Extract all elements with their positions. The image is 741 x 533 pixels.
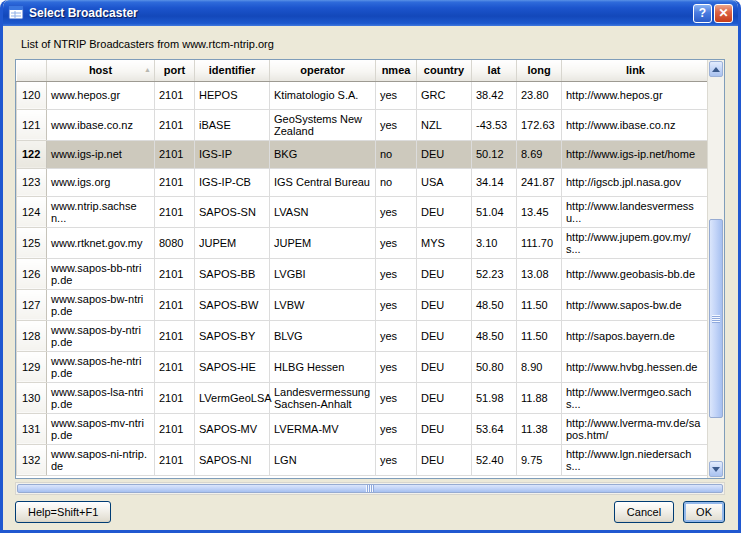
cell-long[interactable]: 8.69 (517, 140, 562, 168)
cancel-button[interactable]: Cancel (614, 501, 674, 523)
cell-identifier[interactable]: HEPOS (195, 81, 270, 109)
column-header-nmea[interactable]: nmea (376, 60, 417, 81)
cell-long[interactable]: 11.88 (517, 382, 562, 413)
cell-link[interactable]: http://www.geobasis-bb.de (562, 258, 710, 289)
cell-nmea[interactable]: yes (376, 227, 417, 258)
cell-host[interactable]: www.ibase.co.nz (47, 109, 155, 140)
cell-country[interactable]: DEU (417, 196, 472, 227)
cell-port[interactable]: 8080 (155, 227, 195, 258)
cell-nmea[interactable]: yes (376, 444, 417, 475)
row-number-cell[interactable]: 128 (17, 320, 47, 351)
row-number-cell[interactable]: 123 (17, 168, 47, 196)
cell-link[interactable]: http://www.jupem.gov.my/s... (562, 227, 710, 258)
cell-operator[interactable]: LVGBI (270, 258, 376, 289)
cell-nmea[interactable]: yes (376, 81, 417, 109)
cell-lat[interactable]: 3.10 (472, 227, 517, 258)
scroll-down-button[interactable] (709, 461, 723, 477)
row-number-cell[interactable]: 125 (17, 227, 47, 258)
cell-link[interactable]: http://www.hvbg.hessen.de (562, 351, 710, 382)
vertical-scrollbar[interactable] (707, 60, 724, 478)
column-header-port[interactable]: port (155, 60, 195, 81)
cell-port[interactable]: 2101 (155, 140, 195, 168)
table-row[interactable]: 131www.sapos-mv-ntrip.de2101SAPOS-MVLVER… (17, 413, 710, 444)
row-number-cell[interactable]: 127 (17, 289, 47, 320)
table-row[interactable]: 124www.ntrip.sachsen...2101SAPOS-SNLVASN… (17, 196, 710, 227)
cell-long[interactable]: 11.50 (517, 320, 562, 351)
table-row[interactable]: 129www.sapos-he-ntrip.de2101SAPOS-HEHLBG… (17, 351, 710, 382)
cell-nmea[interactable]: yes (376, 413, 417, 444)
cell-operator[interactable]: JUPEM (270, 227, 376, 258)
table-row[interactable]: 128www.sapos-by-ntrip.de2101SAPOS-BYBLVG… (17, 320, 710, 351)
cell-identifier[interactable]: SAPOS-BB (195, 258, 270, 289)
cell-lat[interactable]: 38.42 (472, 81, 517, 109)
cell-host[interactable]: www.ntrip.sachsen... (47, 196, 155, 227)
cell-link[interactable]: http://www.igs-ip.net/home (562, 140, 710, 168)
cell-link[interactable]: http://www.hepos.gr (562, 81, 710, 109)
cell-host[interactable]: www.rtknet.gov.my (47, 227, 155, 258)
cell-lat[interactable]: 51.04 (472, 196, 517, 227)
cell-identifier[interactable]: IGS-IP-CB (195, 168, 270, 196)
table-row[interactable]: 121www.ibase.co.nz2101iBASEGeoSystems Ne… (17, 109, 710, 140)
cell-operator[interactable]: LGN (270, 444, 376, 475)
row-number-cell[interactable]: 132 (17, 444, 47, 475)
cell-country[interactable]: DEU (417, 140, 472, 168)
cell-link[interactable]: http://www.lvermgeo.sachs... (562, 382, 710, 413)
column-header-num[interactable] (17, 60, 47, 81)
cell-operator[interactable]: LVASN (270, 196, 376, 227)
cell-long[interactable]: 241.87 (517, 168, 562, 196)
cell-host[interactable]: www.sapos-bb-ntrip.de (47, 258, 155, 289)
cell-nmea[interactable]: yes (376, 258, 417, 289)
cell-nmea[interactable]: yes (376, 109, 417, 140)
column-header-operator[interactable]: operator (270, 60, 376, 81)
cell-operator[interactable]: BKG (270, 140, 376, 168)
cell-lat[interactable]: 52.23 (472, 258, 517, 289)
cell-identifier[interactable]: iBASE (195, 109, 270, 140)
cell-host[interactable]: www.sapos-mv-ntrip.de (47, 413, 155, 444)
cell-lat[interactable]: 48.50 (472, 320, 517, 351)
cell-port[interactable]: 2101 (155, 168, 195, 196)
cell-identifier[interactable]: SAPOS-HE (195, 351, 270, 382)
cell-link[interactable]: http://igscb.jpl.nasa.gov (562, 168, 710, 196)
cell-link[interactable]: http://www.sapos-bw.de (562, 289, 710, 320)
cell-long[interactable]: 13.45 (517, 196, 562, 227)
help-button[interactable]: Help=Shift+F1 (15, 501, 111, 523)
cell-country[interactable]: GRC (417, 81, 472, 109)
cell-long[interactable]: 11.38 (517, 413, 562, 444)
cell-host[interactable]: www.sapos-by-ntrip.de (47, 320, 155, 351)
cell-identifier[interactable]: IGS-IP (195, 140, 270, 168)
cell-long[interactable]: 9.75 (517, 444, 562, 475)
cell-port[interactable]: 2101 (155, 444, 195, 475)
cell-link[interactable]: http://www.lgn.niedersachs... (562, 444, 710, 475)
cell-long[interactable]: 13.08 (517, 258, 562, 289)
cell-identifier[interactable]: SAPOS-BW (195, 289, 270, 320)
cell-host[interactable]: www.sapos-ni-ntrip.de (47, 444, 155, 475)
scroll-up-button[interactable] (709, 61, 723, 77)
column-header-identifier[interactable]: identifier (195, 60, 270, 81)
cell-port[interactable]: 2101 (155, 196, 195, 227)
cell-host[interactable]: www.sapos-bw-ntrip.de (47, 289, 155, 320)
cell-operator[interactable]: IGS Central Bureau (270, 168, 376, 196)
row-number-cell[interactable]: 130 (17, 382, 47, 413)
row-number-cell[interactable]: 120 (17, 81, 47, 109)
cell-operator[interactable]: Landesvermessung Sachsen-Anhalt (270, 382, 376, 413)
cell-nmea[interactable]: no (376, 140, 417, 168)
cell-port[interactable]: 2101 (155, 320, 195, 351)
cell-link[interactable]: http://www.landesvermessu... (562, 196, 710, 227)
cell-lat[interactable]: 50.12 (472, 140, 517, 168)
cell-country[interactable]: DEU (417, 258, 472, 289)
titlebar-close-button[interactable]: ✕ (714, 4, 733, 23)
cell-link[interactable]: http://www.ibase.co.nz (562, 109, 710, 140)
cell-country[interactable]: DEU (417, 382, 472, 413)
row-number-cell[interactable]: 121 (17, 109, 47, 140)
cell-operator[interactable]: GeoSystems New Zealand (270, 109, 376, 140)
vertical-scroll-thumb[interactable] (709, 219, 723, 418)
cell-lat[interactable]: 52.40 (472, 444, 517, 475)
cell-nmea[interactable]: yes (376, 351, 417, 382)
cell-long[interactable]: 11.50 (517, 289, 562, 320)
table-row[interactable]: 127www.sapos-bw-ntrip.de2101SAPOS-BWLVBW… (17, 289, 710, 320)
cell-identifier[interactable]: SAPOS-MV (195, 413, 270, 444)
ok-button[interactable]: OK (683, 501, 725, 523)
cell-country[interactable]: DEU (417, 351, 472, 382)
table-row[interactable]: 123www.igs.org2101IGS-IP-CBIGS Central B… (17, 168, 710, 196)
cell-identifier[interactable]: SAPOS-NI (195, 444, 270, 475)
